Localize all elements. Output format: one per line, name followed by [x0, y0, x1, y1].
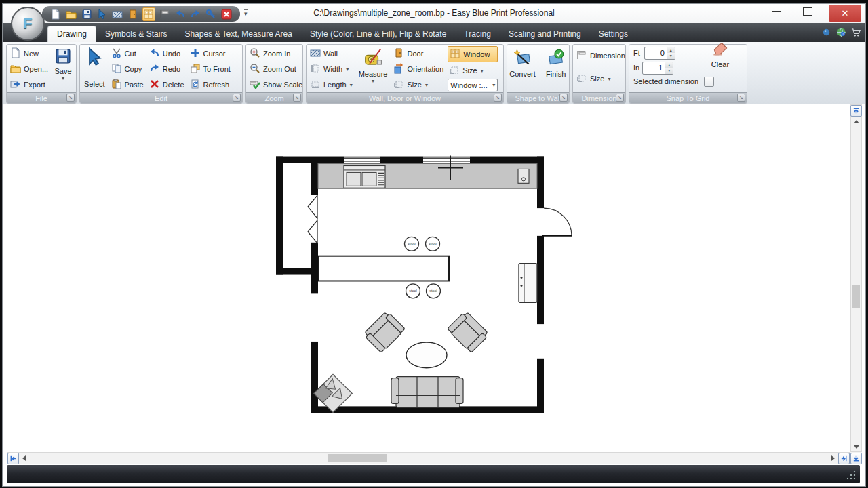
vertical-scroll-track[interactable] — [851, 126, 861, 442]
show-scale-button[interactable]: Show Scale — [248, 77, 304, 92]
copy-icon — [111, 63, 122, 75]
ribbon-group-file: New Open... Export Save ▾ File↘ — [6, 44, 77, 104]
door-button[interactable]: Door — [392, 46, 445, 61]
spinner-arrows[interactable]: ▲▼ — [665, 62, 673, 74]
svg-text:stool: stool — [429, 242, 437, 246]
dialog-launcher-icon[interactable]: ↘ — [737, 94, 745, 102]
export-button[interactable]: Export — [9, 77, 50, 92]
maximize-button[interactable] — [803, 7, 812, 16]
kitchen-island[interactable] — [319, 256, 449, 281]
orientation-icon — [393, 63, 404, 75]
new-button[interactable]: New — [9, 46, 50, 61]
ribbon-group-zoom: Zoom In Zoom Out Show Scale Zoom↘ — [245, 44, 303, 104]
group-label-shape: Shape to Wall — [515, 94, 561, 102]
bifold-door-symbol[interactable] — [308, 195, 317, 243]
dialog-launcher-icon[interactable]: ↘ — [233, 94, 241, 102]
spinner-arrows[interactable]: ▲▼ — [667, 47, 675, 59]
wall-width-button[interactable]: Width▾ — [309, 62, 354, 77]
convert-button[interactable]: Convert — [507, 46, 538, 92]
pan-down-button[interactable] — [850, 453, 862, 464]
save-button[interactable]: Save ▾ — [52, 46, 74, 92]
inches-spinner[interactable]: 1 ▲▼ — [642, 62, 673, 75]
window-icon — [450, 48, 460, 60]
door-symbol[interactable] — [542, 208, 572, 236]
dimension-size-button[interactable]: Size▾ — [575, 71, 627, 86]
tab-drawing[interactable]: Drawing — [47, 26, 96, 42]
group-label-dimension: Dimension — [582, 94, 617, 102]
paste-icon — [111, 79, 122, 91]
scroll-left-arrow[interactable] — [19, 453, 29, 464]
horizontal-scroll-thumb[interactable] — [328, 454, 387, 462]
tab-tracing[interactable]: Tracing — [455, 26, 500, 42]
measure-button[interactable]: Measure ▾ — [357, 46, 390, 92]
window-type-combobox[interactable]: Window :...▾ — [448, 79, 498, 92]
door-orientation-button[interactable]: Orientation — [392, 62, 445, 77]
scroll-right-arrow[interactable] — [828, 453, 838, 464]
scroll-down-arrow[interactable] — [851, 442, 861, 451]
cut-button[interactable]: Cut — [110, 46, 145, 61]
tab-scaling-printing[interactable]: Scaling and Printing — [500, 26, 590, 42]
resize-grip[interactable] — [846, 470, 856, 480]
window-size-button[interactable]: Size▾ — [448, 63, 498, 78]
coffee-table[interactable] — [406, 342, 447, 368]
door-size-button[interactable]: Size▾ — [392, 77, 445, 92]
tab-settings[interactable]: Settings — [590, 26, 637, 42]
sofa[interactable] — [391, 377, 463, 408]
close-button[interactable]: ✕ — [829, 5, 861, 22]
kitchen-counter[interactable] — [318, 163, 537, 188]
chevron-down-icon: ▾ — [481, 68, 484, 74]
tab-style-flip-rotate[interactable]: Style (Color, Line & Fill), Flip & Rotat… — [301, 26, 455, 42]
scroll-up-arrow[interactable] — [851, 117, 861, 126]
globe-help-icon[interactable]: i — [836, 27, 846, 40]
pan-right-button[interactable] — [838, 453, 850, 464]
width-icon — [310, 63, 321, 75]
dialog-launcher-icon[interactable]: ↘ — [66, 94, 75, 102]
refresh-button[interactable]: Refresh — [189, 77, 232, 92]
wall-cabinet[interactable] — [519, 264, 537, 303]
pan-up-button[interactable] — [850, 105, 862, 117]
window-button[interactable]: Window — [448, 46, 498, 62]
info-icon[interactable] — [821, 27, 831, 40]
eraser-icon — [709, 38, 732, 60]
horizontal-scrollbar[interactable] — [7, 452, 850, 464]
vertical-scroll-thumb[interactable] — [852, 285, 860, 308]
shop-cart-icon[interactable] — [851, 27, 861, 40]
delete-button[interactable]: Delete — [148, 77, 186, 92]
redo-button[interactable]: Redo — [148, 62, 186, 77]
tab-symbols-stairs[interactable]: Symbols & Stairs — [96, 26, 176, 42]
dialog-launcher-icon[interactable]: ↘ — [559, 94, 568, 102]
armchair[interactable] — [447, 310, 490, 353]
armchair[interactable] — [363, 310, 406, 353]
cursor-button[interactable]: Cursor — [189, 46, 232, 61]
svg-text:stool: stool — [429, 289, 437, 293]
dialog-launcher-icon[interactable]: ↘ — [494, 94, 502, 102]
dialog-launcher-icon[interactable]: ↘ — [616, 94, 624, 102]
wall-button[interactable]: Wall — [309, 46, 354, 61]
vertical-scrollbar[interactable] — [850, 104, 862, 452]
size-icon — [393, 79, 404, 91]
wall-icon — [310, 47, 321, 60]
finish-button[interactable]: Finish — [543, 46, 569, 92]
spin-up-icon: ▲ — [665, 62, 673, 68]
select-button[interactable]: Select — [82, 46, 107, 89]
pan-left-button[interactable] — [7, 453, 19, 464]
wall-length-button[interactable]: Length▾ — [309, 77, 354, 92]
drawing-canvas[interactable]: stool stool stool stool — [7, 104, 850, 452]
zoom-in-button[interactable]: Zoom In — [248, 46, 304, 61]
feet-spinner[interactable]: 0 ▲▼ — [644, 47, 675, 60]
zoom-out-button[interactable]: Zoom Out — [248, 62, 304, 77]
clear-button[interactable]: Clear — [707, 37, 734, 70]
minimize-button[interactable]: — — [768, 5, 785, 16]
zoom-in-icon — [250, 47, 260, 60]
app-logo-button[interactable]: F — [11, 7, 45, 41]
dialog-launcher-icon[interactable]: ↘ — [293, 94, 301, 102]
horizontal-scroll-track[interactable] — [29, 453, 828, 464]
dimension-button[interactable]: Dimension — [575, 48, 627, 63]
copy-button[interactable]: Copy — [110, 62, 145, 77]
paste-button[interactable]: Paste — [110, 77, 145, 92]
open-button[interactable]: Open... — [9, 62, 50, 77]
undo-button[interactable]: Undo — [148, 46, 186, 61]
to-front-button[interactable]: To Front — [189, 62, 232, 77]
selected-dimension-checkbox[interactable] — [704, 77, 714, 87]
tab-shapes-text[interactable]: Shapes & Text, Measure Area — [176, 26, 301, 42]
